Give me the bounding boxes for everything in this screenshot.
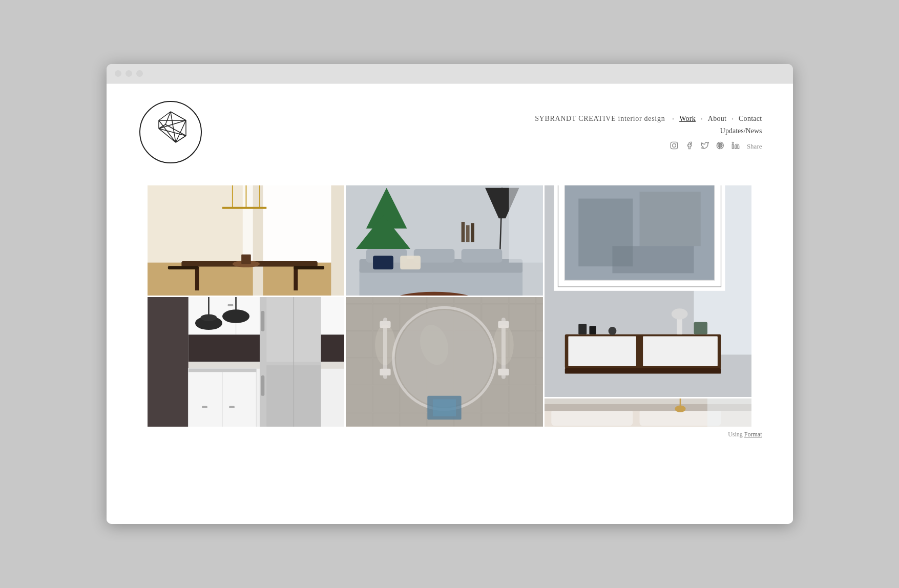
- svg-rect-84: [227, 304, 233, 306]
- pinterest-icon[interactable]: [716, 141, 724, 152]
- twitter-icon[interactable]: [701, 141, 709, 152]
- svg-rect-70: [579, 324, 587, 334]
- svg-line-1: [171, 112, 186, 120]
- share-button[interactable]: Share: [747, 142, 762, 151]
- portfolio-item-living[interactable]: [346, 185, 543, 296]
- svg-rect-25: [253, 185, 263, 296]
- svg-rect-49: [373, 256, 393, 269]
- format-link[interactable]: Format: [744, 431, 762, 438]
- nav-separator-1: •: [672, 116, 674, 122]
- svg-rect-120: [498, 369, 509, 375]
- svg-rect-29: [294, 267, 298, 290]
- portfolio-grid: [148, 185, 752, 427]
- svg-rect-124: [433, 400, 456, 416]
- svg-rect-62: [640, 192, 701, 246]
- social-row: Share: [670, 141, 762, 152]
- svg-rect-67: [565, 368, 721, 374]
- site-header: SYBRANDT CREATIVE interior design • Work…: [107, 83, 793, 183]
- nav-top: SYBRANDT CREATIVE interior design • Work…: [535, 115, 762, 123]
- nav-contact[interactable]: Contact: [739, 115, 762, 123]
- nav-separator-3: •: [731, 116, 734, 122]
- svg-rect-55: [509, 185, 543, 263]
- svg-rect-128: [552, 409, 633, 426]
- svg-rect-52: [462, 222, 465, 242]
- svg-rect-69: [643, 337, 718, 366]
- nav-updates[interactable]: Updates/News: [720, 127, 762, 135]
- svg-point-72: [609, 327, 617, 335]
- browser-window: SYBRANDT CREATIVE interior design • Work…: [107, 64, 793, 524]
- portfolio-item-mirror[interactable]: [346, 297, 543, 427]
- browser-chrome: [107, 64, 793, 83]
- maximize-button[interactable]: [136, 70, 143, 77]
- nav-work[interactable]: Work: [679, 115, 696, 123]
- svg-rect-106: [188, 369, 256, 372]
- svg-rect-95: [148, 297, 189, 427]
- svg-rect-54: [471, 223, 475, 242]
- nav-about[interactable]: About: [708, 115, 726, 123]
- instagram-icon[interactable]: [670, 141, 678, 152]
- svg-rect-37: [241, 255, 251, 264]
- svg-rect-104: [202, 406, 207, 408]
- svg-rect-48: [462, 249, 503, 263]
- nav-area: SYBRANDT CREATIVE interior design • Work…: [224, 115, 762, 152]
- close-button[interactable]: [115, 70, 121, 77]
- browser-content: SYBRANDT CREATIVE interior design • Work…: [107, 83, 793, 524]
- svg-point-20: [732, 142, 734, 143]
- portfolio-item-kitchen[interactable]: [148, 297, 345, 427]
- svg-rect-35: [222, 207, 266, 209]
- svg-point-18: [676, 143, 676, 144]
- linkedin-icon[interactable]: [731, 141, 740, 152]
- svg-rect-134: [707, 398, 751, 427]
- footer-bar: Using Format: [107, 427, 793, 443]
- svg-rect-63: [613, 246, 694, 273]
- svg-rect-105: [229, 406, 235, 408]
- svg-rect-19: [732, 144, 734, 149]
- svg-point-17: [673, 144, 676, 148]
- svg-rect-94: [261, 375, 264, 396]
- footer-attribution: Using Format: [728, 431, 762, 438]
- nav-bottom: Updates/News: [720, 127, 762, 135]
- portfolio-item-wall-art[interactable]: [545, 185, 751, 397]
- svg-rect-53: [466, 225, 470, 242]
- svg-point-133: [675, 406, 686, 412]
- svg-line-8: [171, 112, 176, 142]
- svg-rect-73: [694, 322, 708, 334]
- portfolio-item-bedroom[interactable]: [545, 398, 751, 427]
- svg-rect-28: [195, 267, 199, 290]
- svg-point-122: [493, 324, 514, 365]
- facebook-icon[interactable]: [685, 141, 694, 152]
- svg-point-98: [200, 314, 217, 321]
- svg-rect-16: [671, 142, 677, 149]
- svg-point-0: [140, 101, 201, 163]
- svg-point-75: [672, 308, 688, 319]
- svg-rect-117: [380, 369, 391, 375]
- minimize-button[interactable]: [126, 70, 132, 77]
- svg-line-10: [159, 120, 176, 142]
- svg-point-100: [222, 309, 249, 323]
- svg-rect-68: [569, 337, 637, 366]
- portfolio-item-dining[interactable]: [148, 185, 345, 296]
- svg-rect-30: [168, 266, 198, 269]
- svg-rect-26: [331, 185, 345, 296]
- svg-point-121: [375, 324, 395, 365]
- brand-name: SYBRANDT CREATIVE interior design: [535, 115, 665, 123]
- brand-logo[interactable]: [137, 99, 204, 165]
- logo-area: [137, 99, 204, 167]
- svg-rect-31: [294, 266, 324, 269]
- svg-rect-50: [401, 256, 421, 269]
- svg-rect-93: [261, 311, 264, 331]
- nav-separator-2: •: [701, 116, 703, 122]
- svg-rect-71: [590, 326, 596, 334]
